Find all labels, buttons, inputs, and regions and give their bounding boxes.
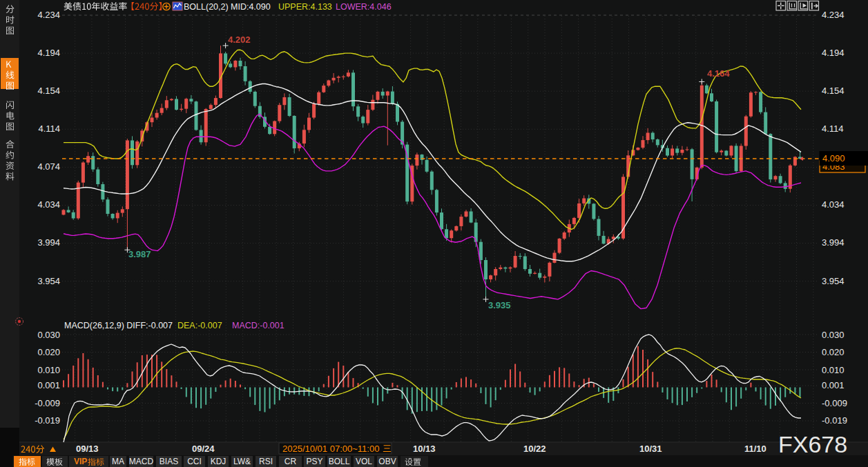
svg-text:09/24: 09/24 [192,444,215,454]
svg-text:CCI: CCI [187,457,202,466]
svg-text:3.994: 3.994 [37,237,60,248]
svg-text:2025/10/01 07:00~11:00: 2025/10/01 07:00~11:00 [282,444,379,454]
svg-text:4.090: 4.090 [822,153,845,163]
svg-text:0.030: 0.030 [822,330,845,340]
svg-text:LOWER:4.046: LOWER:4.046 [336,2,392,12]
svg-text:RSI: RSI [259,457,273,466]
svg-text:4.114: 4.114 [822,123,844,134]
svg-text:MACD(26,12,9) DIFF:-0.007: MACD(26,12,9) DIFF:-0.007 [64,321,173,330]
svg-text:11/10: 11/10 [744,444,766,454]
svg-text:4.074: 4.074 [37,161,60,172]
svg-text:0.030: 0.030 [37,330,60,340]
svg-text:4.202: 4.202 [228,34,251,45]
svg-text:4.034: 4.034 [822,199,845,210]
svg-text:BOLL(20,2): BOLL(20,2) [184,2,229,12]
svg-text:PSY: PSY [306,457,322,466]
svg-text:3.994: 3.994 [822,237,845,248]
svg-text:CR: CR [284,457,297,466]
svg-text:UPPER:4.133: UPPER:4.133 [278,2,332,12]
svg-text:OBV: OBV [378,457,396,466]
svg-text:3.954: 3.954 [822,276,845,286]
svg-text:BIAS: BIAS [160,457,178,466]
svg-text:0.010: 0.010 [37,365,60,375]
svg-text:10/13: 10/13 [413,444,436,454]
svg-text:VOL: VOL [356,457,372,466]
svg-text:-0.009: -0.009 [35,398,60,408]
svg-text:4.154: 4.154 [37,86,60,96]
svg-text:0.001: 0.001 [37,380,60,390]
svg-text:-0.019: -0.019 [822,415,847,426]
svg-text:3.935: 3.935 [488,300,511,310]
svg-text:4.194: 4.194 [822,48,845,58]
svg-text:0.020: 0.020 [37,347,60,357]
svg-text:0.020: 0.020 [822,347,845,357]
svg-text:4.234: 4.234 [37,10,60,20]
svg-text:MACD:-0.001: MACD:-0.001 [232,321,284,330]
svg-text:DEA:-0.007: DEA:-0.007 [177,321,222,330]
svg-text:0.001: 0.001 [822,380,845,390]
svg-text:4.164: 4.164 [707,68,730,79]
svg-text:10/22: 10/22 [523,444,546,454]
svg-text:FX678: FX678 [778,431,847,457]
svg-text:0.010: 0.010 [822,365,845,375]
svg-text:VIP: VIP [74,457,87,466]
svg-text:MID:4.090: MID:4.090 [231,2,271,12]
svg-text:LW&: LW& [233,457,251,466]
svg-text:BOLL: BOLL [329,457,350,466]
svg-text:MACD: MACD [129,457,154,466]
svg-text:KDJ: KDJ [211,457,226,466]
svg-text:4.114: 4.114 [38,123,60,134]
svg-text:4.154: 4.154 [822,86,845,96]
svg-text:4.034: 4.034 [37,199,60,210]
svg-text:09/13: 09/13 [76,444,99,454]
svg-text:3.987: 3.987 [128,249,151,259]
svg-text:4.194: 4.194 [37,48,60,58]
svg-text:-0.009: -0.009 [822,398,847,408]
svg-text:MA: MA [112,457,124,466]
svg-text:10/31: 10/31 [639,444,662,454]
svg-text:4.234: 4.234 [822,10,845,20]
svg-text:-0.019: -0.019 [35,415,60,426]
svg-text:3.954: 3.954 [37,276,60,286]
